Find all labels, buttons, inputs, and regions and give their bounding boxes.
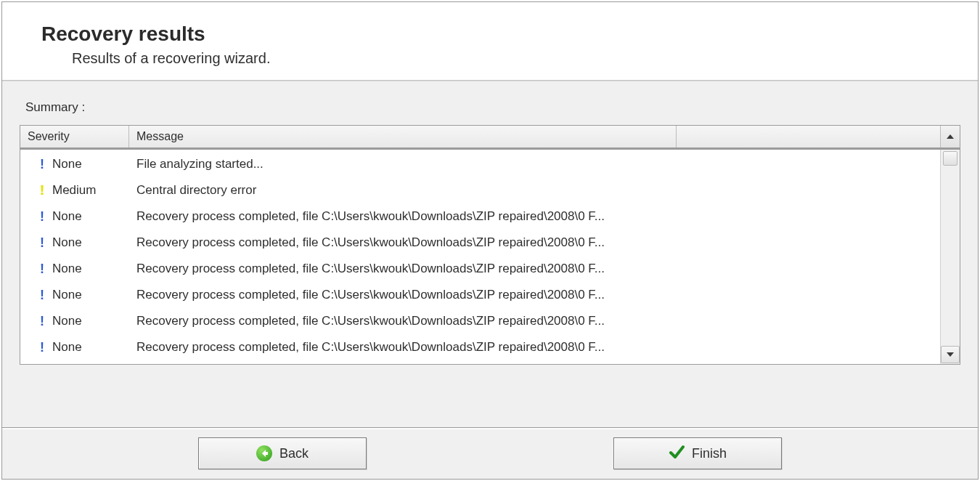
chevron-down-icon — [947, 352, 954, 357]
scroll-up-button[interactable] — [940, 126, 960, 147]
severity-cell: !None — [20, 314, 129, 328]
severity-cell: !None — [20, 235, 129, 250]
wizard-header: Recovery results Results of a recovering… — [2, 2, 978, 80]
vertical-scrollbar[interactable] — [940, 150, 960, 364]
info-icon: ! — [38, 262, 46, 275]
back-button[interactable]: Back — [198, 437, 367, 469]
page-subtitle: Results of a recovering wizard. — [72, 50, 949, 67]
severity-cell: !None — [20, 340, 129, 355]
severity-text: None — [52, 314, 82, 328]
finish-button-label: Finish — [692, 446, 727, 461]
finish-button[interactable]: Finish — [613, 437, 782, 469]
summary-label: Summary : — [25, 100, 960, 115]
severity-text: None — [52, 157, 82, 171]
table-row[interactable]: !NoneFile analyzing started... — [20, 151, 940, 177]
table-header: Severity Message — [20, 126, 960, 150]
warning-icon: ! — [38, 184, 46, 197]
info-icon: ! — [38, 210, 46, 223]
back-arrow-icon — [256, 445, 272, 461]
column-header-empty[interactable] — [677, 126, 940, 147]
results-table: Severity Message !NoneFile analyzing sta… — [20, 125, 960, 365]
message-cell: Recovery process completed, file C:\User… — [129, 288, 940, 302]
table-row[interactable]: !NoneRecovery process completed, file C:… — [20, 334, 940, 360]
severity-text: None — [52, 235, 82, 250]
info-icon: ! — [38, 158, 46, 171]
severity-cell: !None — [20, 209, 129, 224]
severity-text: None — [52, 288, 82, 302]
message-cell: Recovery process completed, file C:\User… — [129, 340, 940, 355]
severity-text: None — [52, 262, 82, 276]
table-row[interactable]: !NoneRecovery process completed, file C:… — [20, 203, 940, 230]
info-icon: ! — [38, 315, 46, 328]
check-icon — [669, 444, 685, 464]
severity-text: Medium — [52, 183, 96, 198]
message-cell: Central directory error — [129, 183, 940, 198]
back-button-label: Back — [279, 446, 309, 461]
severity-cell: !None — [20, 262, 129, 276]
scroll-down-button[interactable] — [941, 346, 960, 363]
message-cell: Recovery process completed, file C:\User… — [129, 235, 940, 250]
severity-cell: !None — [20, 288, 129, 302]
info-icon: ! — [38, 288, 46, 302]
scroll-track[interactable] — [941, 150, 960, 345]
table-row[interactable]: !NoneRecovery process completed, file C:… — [20, 282, 940, 308]
message-cell: Recovery process completed, file C:\User… — [129, 314, 940, 328]
wizard-footer: Back Finish — [2, 427, 978, 479]
severity-cell: !Medium — [20, 183, 129, 198]
wizard-window: Recovery results Results of a recovering… — [1, 1, 979, 480]
table-body-wrap: !NoneFile analyzing started...!MediumCen… — [20, 150, 960, 364]
message-cell: File analyzing started... — [129, 157, 940, 171]
table-row[interactable]: !NoneRecovery process completed, file C:… — [20, 308, 940, 334]
table-row[interactable]: !MediumCentral directory error — [20, 177, 940, 203]
scroll-thumb[interactable] — [943, 151, 957, 166]
page-title: Recovery results — [41, 23, 949, 46]
severity-cell: !None — [20, 157, 129, 171]
table-rows-container: !NoneFile analyzing started...!MediumCen… — [20, 150, 940, 364]
info-icon: ! — [38, 236, 46, 249]
message-cell: Recovery process completed, file C:\User… — [129, 262, 940, 276]
table-row[interactable]: !NoneRecovery process completed, file C:… — [20, 256, 940, 282]
severity-text: None — [52, 340, 82, 355]
column-header-message[interactable]: Message — [129, 126, 677, 147]
severity-text: None — [52, 209, 82, 224]
info-icon: ! — [38, 341, 46, 354]
chevron-up-icon — [947, 134, 954, 140]
column-header-severity[interactable]: Severity — [20, 126, 129, 147]
message-cell: Recovery process completed, file C:\User… — [129, 209, 940, 224]
content-area: Summary : Severity Message !NoneFile ana… — [2, 81, 978, 427]
table-row[interactable]: !NoneRecovery process completed, file C:… — [20, 230, 940, 256]
